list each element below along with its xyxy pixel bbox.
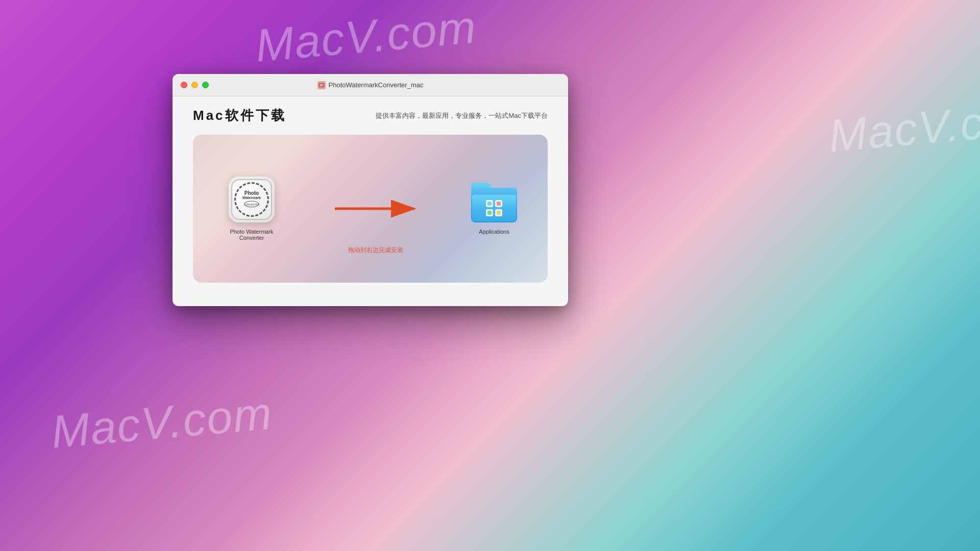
applications-folder-icon bbox=[471, 183, 517, 222]
close-button[interactable] bbox=[181, 82, 187, 88]
svg-rect-12 bbox=[497, 202, 501, 206]
app-icon-container[interactable]: Photo Watermark CONVERTER Photo Watermar… bbox=[224, 177, 280, 241]
window-icon bbox=[317, 81, 326, 89]
svg-rect-11 bbox=[487, 202, 492, 206]
window-header: Mac软件下载 提供丰富内容，最新应用，专业服务，一站式Mac下载平台 bbox=[173, 96, 568, 135]
minimize-button[interactable] bbox=[191, 82, 198, 88]
drag-instruction: 拖动到右边完成安装 bbox=[348, 246, 403, 255]
stamp-graphic: Photo Watermark CONVERTER bbox=[234, 182, 269, 217]
installer-area: Photo Watermark CONVERTER Photo Watermar… bbox=[193, 135, 548, 283]
traffic-lights bbox=[181, 82, 209, 88]
applications-container[interactable]: Applications bbox=[471, 183, 517, 235]
title-bar: PhotoWatermarkConverter_mac bbox=[173, 74, 568, 96]
window-title: PhotoWatermarkConverter_mac bbox=[329, 81, 424, 89]
installer-window: PhotoWatermarkConverter_mac Mac软件下载 提供丰富… bbox=[173, 74, 568, 306]
applications-label: Applications bbox=[479, 229, 509, 235]
folder-apps-grid-icon bbox=[484, 198, 504, 218]
svg-rect-13 bbox=[487, 211, 492, 215]
maximize-button[interactable] bbox=[202, 82, 209, 88]
svg-text:CONVERTER: CONVERTER bbox=[244, 203, 259, 206]
folder-front bbox=[472, 195, 516, 221]
svg-rect-14 bbox=[497, 211, 501, 215]
drag-arrow-icon bbox=[330, 198, 422, 219]
arrow-container: 拖动到右边完成安装 bbox=[280, 198, 471, 219]
stamp-text-photo: Photo bbox=[244, 191, 259, 196]
app-icon: Photo Watermark CONVERTER bbox=[229, 177, 275, 222]
site-subtitle: 提供丰富内容，最新应用，专业服务，一站式Mac下载平台 bbox=[376, 111, 548, 120]
app-icon-inner: Photo Watermark CONVERTER bbox=[231, 179, 272, 220]
installer-inner: Photo Watermark CONVERTER Photo Watermar… bbox=[193, 135, 548, 283]
app-label: Photo Watermark Converter bbox=[224, 229, 280, 241]
svg-rect-0 bbox=[319, 83, 324, 87]
site-title: Mac软件下载 bbox=[193, 107, 286, 124]
stamp-text-watermark: Watermark bbox=[242, 196, 261, 199]
window-title-area: PhotoWatermarkConverter_mac bbox=[317, 81, 424, 89]
